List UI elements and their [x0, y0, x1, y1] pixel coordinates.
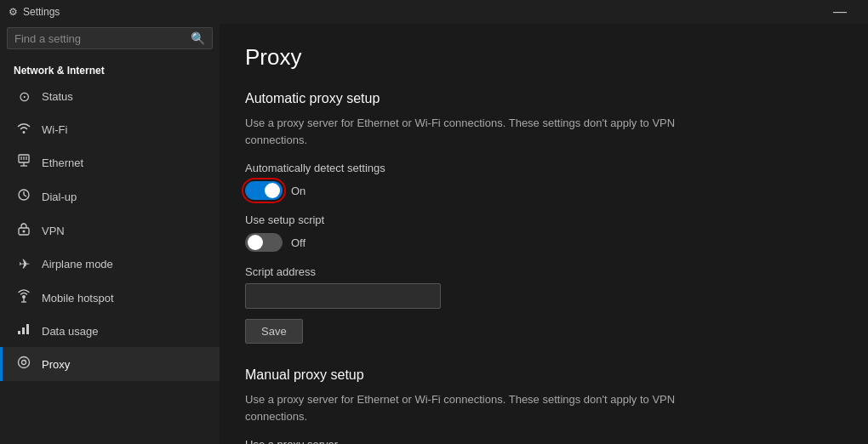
manual-section-desc: Use a proxy server for Ethernet or Wi-Fi… [245, 391, 705, 424]
sidebar-item-vpn[interactable]: VPN [0, 213, 220, 248]
sidebar-item-label: Status [42, 90, 73, 103]
settings-icon: ⚙ [9, 6, 18, 18]
auto-detect-state: On [291, 185, 306, 197]
sidebar-item-ethernet[interactable]: Ethernet [0, 145, 220, 179]
nav-category: Network & Internet [0, 58, 220, 80]
save-button[interactable]: Save [245, 319, 303, 344]
sidebar-item-dialup[interactable]: Dial-up [0, 179, 220, 213]
sidebar-item-label: Wi-Fi [42, 123, 67, 136]
sidebar-item-airplane[interactable]: ✈ Airplane mode [0, 248, 220, 281]
auto-detect-row: On [245, 181, 842, 200]
minimize-button[interactable]: — [820, 0, 859, 24]
page-title: Proxy [245, 44, 842, 71]
use-script-label: Use setup script [245, 213, 842, 226]
svg-rect-16 [26, 324, 29, 334]
sidebar-item-hotspot[interactable]: Mobile hotspot [0, 281, 220, 315]
sidebar-item-proxy[interactable]: Proxy [0, 347, 220, 381]
sidebar-item-label: Airplane mode [42, 258, 113, 270]
vpn-icon [16, 222, 31, 239]
title-bar-controls: — [820, 0, 859, 24]
sidebar: 🔍 Network & Internet ⊙ Status Wi-Fi [0, 24, 220, 444]
search-input[interactable] [14, 32, 191, 45]
sidebar-item-label: Proxy [42, 358, 70, 371]
auto-detect-label: Automatically detect settings [245, 162, 842, 174]
sidebar-item-label: Ethernet [42, 157, 83, 169]
app-body: 🔍 Network & Internet ⊙ Status Wi-Fi [0, 24, 868, 444]
auto-detect-toggle-wrapper [245, 181, 283, 200]
svg-point-11 [22, 295, 26, 299]
wifi-icon [16, 122, 31, 137]
use-script-row: Off [245, 233, 842, 252]
main-content: Proxy Automatic proxy setup Use a proxy … [220, 24, 868, 444]
sidebar-item-label: VPN [42, 225, 65, 237]
sidebar-item-status[interactable]: ⊙ Status [0, 80, 220, 113]
script-address-label: Script address [245, 265, 842, 278]
script-address-input[interactable] [245, 283, 441, 309]
hotspot-icon [16, 289, 31, 306]
svg-point-18 [22, 361, 26, 365]
data-icon [16, 323, 31, 339]
sidebar-item-data[interactable]: Data usage [0, 315, 220, 347]
automatic-section-desc: Use a proxy server for Ethernet or Wi-Fi… [245, 115, 705, 148]
title-bar: ⚙ Settings — [0, 0, 868, 24]
search-box[interactable]: 🔍 [7, 27, 213, 49]
dialup-icon [16, 188, 31, 205]
sidebar-item-label: Mobile hotspot [42, 292, 114, 305]
svg-rect-15 [22, 327, 25, 334]
sidebar-item-wifi[interactable]: Wi-Fi [0, 113, 220, 145]
automatic-section-title: Automatic proxy setup [245, 91, 842, 106]
svg-rect-14 [18, 331, 20, 334]
sidebar-item-label: Dial-up [42, 191, 77, 203]
manual-section-title: Manual proxy setup [245, 367, 842, 383]
svg-point-10 [23, 231, 26, 233]
use-script-state: Off [291, 236, 306, 249]
automatic-proxy-section: Automatic proxy setup Use a proxy server… [245, 91, 842, 367]
manual-proxy-section: Manual proxy setup Use a proxy server fo… [245, 367, 842, 444]
svg-line-8 [24, 195, 26, 196]
auto-detect-toggle[interactable] [245, 181, 283, 200]
title-bar-left: ⚙ Settings [9, 6, 60, 18]
search-icon[interactable]: 🔍 [191, 31, 205, 45]
use-script-toggle[interactable] [245, 233, 283, 252]
app-title: Settings [23, 6, 60, 18]
status-icon: ⊙ [16, 88, 31, 105]
svg-point-17 [19, 357, 30, 368]
use-script-knob [248, 235, 263, 250]
auto-detect-knob [265, 183, 280, 198]
ethernet-icon [16, 154, 31, 171]
use-proxy-label: Use a proxy server [245, 438, 842, 444]
sidebar-item-label: Data usage [42, 325, 99, 338]
proxy-icon [16, 356, 31, 373]
airplane-icon: ✈ [16, 256, 31, 272]
